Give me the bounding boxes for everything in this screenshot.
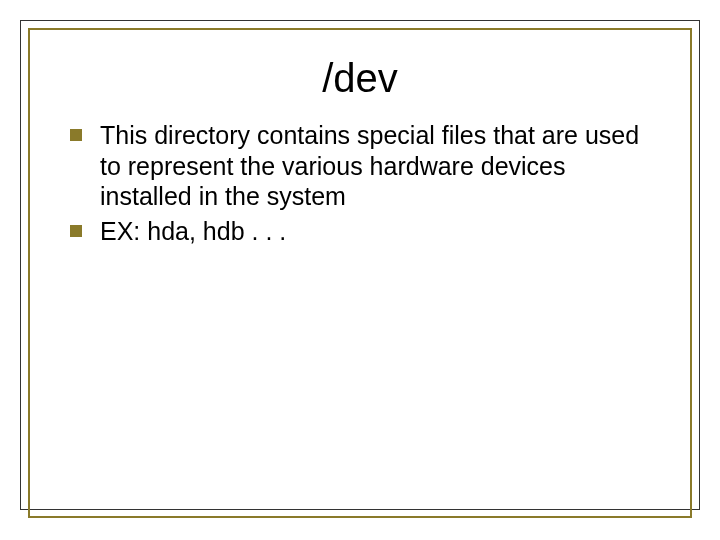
list-item: EX: hda, hdb . . . — [70, 216, 660, 247]
square-bullet-icon — [70, 225, 82, 237]
slide: /dev This directory contains special fil… — [0, 0, 720, 540]
square-bullet-icon — [70, 129, 82, 141]
slide-title: /dev — [0, 56, 720, 101]
slide-body: This directory contains special files th… — [70, 120, 660, 250]
list-item: This directory contains special files th… — [70, 120, 660, 212]
list-item-text: This directory contains special files th… — [100, 120, 660, 212]
inner-frame — [28, 28, 692, 518]
list-item-text: EX: hda, hdb . . . — [100, 216, 286, 247]
